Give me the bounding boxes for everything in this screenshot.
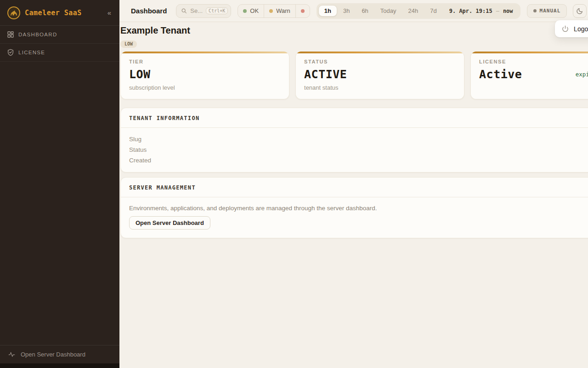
tenant-information-title: TENANT INFORMATION <box>121 108 588 128</box>
row-label: Slug <box>129 136 141 143</box>
stat-card-label: LICENSE <box>479 59 588 64</box>
sidebar: Cameleer SaaS « DASHBOARD LICENSE <box>0 0 119 368</box>
sidebar-item-license[interactable]: LICENSE <box>0 44 119 62</box>
time-range-group: 1h 3h 6h Today 24h 7d 9. Apr. 19:15 — no… <box>317 3 520 19</box>
license-shield-icon <box>7 49 14 56</box>
manual-refresh-button[interactable]: MANUAL <box>527 4 567 18</box>
theme-toggle-button[interactable] <box>573 4 587 18</box>
server-management-description: Environments, applications, and deployme… <box>129 205 588 212</box>
sidebar-item-dashboard[interactable]: DASHBOARD <box>0 26 119 44</box>
sidebar-spacer <box>0 62 119 345</box>
warn-dot-icon <box>269 9 273 13</box>
dashboard-grid-icon <box>7 31 14 38</box>
content: Example Tenant LOW TIER LOW subscription… <box>119 22 588 238</box>
time-range-today[interactable]: Today <box>374 6 402 16</box>
logout-menu-item[interactable]: Logout <box>574 25 588 33</box>
stat-card-value: LOW <box>129 68 151 81</box>
stat-card-label: TIER <box>129 59 281 64</box>
status-filter-label: Warn <box>276 7 290 14</box>
page-header-title: Dashboard <box>131 7 167 15</box>
sidebar-bottom-strip <box>0 363 119 368</box>
stat-card-value: ACTIVE <box>304 68 347 81</box>
status-filter-error[interactable] <box>296 5 310 17</box>
brand-title: Cameleer SaaS <box>25 9 101 17</box>
time-range-1h[interactable]: 1h <box>318 5 337 17</box>
manual-dot-icon <box>533 9 537 12</box>
stat-card-value: Active <box>479 68 522 81</box>
server-management-card: SERVER MANAGEMENT Environments, applicat… <box>120 177 588 238</box>
sidebar-open-server-dashboard-link[interactable]: Open Server Dashboard <box>0 345 119 363</box>
search-shortcut-chip: Ctrl+K <box>206 7 228 14</box>
brand-row: Cameleer SaaS « <box>0 0 119 26</box>
search-placeholder: Se... <box>190 7 203 14</box>
camel-logo-icon <box>7 6 20 19</box>
time-display: 9. Apr. 19:15 — now <box>443 8 519 14</box>
time-to: now <box>503 8 513 14</box>
ok-dot-icon <box>243 9 247 13</box>
stat-card-label: STATUS <box>304 59 456 64</box>
stat-card-sub: tenant status <box>304 84 456 91</box>
moon-icon <box>576 7 583 15</box>
row-label: Status <box>129 146 147 153</box>
time-range-24h[interactable]: 24h <box>402 6 424 16</box>
status-card: STATUS ACTIVE tenant status <box>295 52 464 99</box>
sidebar-footer-label: Open Server Dashboard <box>21 351 85 358</box>
tier-badge: LOW <box>120 40 137 48</box>
search-icon <box>181 8 187 14</box>
main-area: Dashboard Se... Ctrl+K OK Warn <box>119 0 588 368</box>
tenant-info-row-status: Status ACTIVE <box>129 145 588 154</box>
tier-card: TIER LOW subscription level <box>120 52 289 99</box>
sidebar-item-label: DASHBOARD <box>18 32 57 37</box>
power-icon <box>562 25 569 32</box>
server-management-title: SERVER MANAGEMENT <box>121 178 588 197</box>
user-menu-dropdown: Logout <box>555 20 588 37</box>
search-input[interactable]: Se... Ctrl+K <box>176 4 231 18</box>
license-expiry: expires 8.4.2027 <box>576 71 588 78</box>
error-dot-icon <box>301 9 305 13</box>
status-filter-group: OK Warn <box>237 4 310 18</box>
tenant-info-row-slug: Slug default <box>129 135 588 144</box>
status-filter-label: OK <box>250 7 259 14</box>
open-server-dashboard-button[interactable]: Open Server Dashboard <box>129 216 210 230</box>
topbar: Dashboard Se... Ctrl+K OK Warn <box>119 0 588 22</box>
stat-cards-row: TIER LOW subscription level STATUS ACTIV… <box>120 52 588 99</box>
time-range-6h[interactable]: 6h <box>356 6 374 16</box>
time-range-7d[interactable]: 7d <box>424 6 442 16</box>
manual-label: MANUAL <box>540 8 561 14</box>
sidebar-item-label: LICENSE <box>18 50 45 55</box>
row-label: Created <box>129 157 151 164</box>
status-filter-warn[interactable]: Warn <box>264 5 296 17</box>
time-separator: — <box>496 8 499 14</box>
activity-pulse-icon <box>8 351 16 358</box>
status-filter-ok[interactable]: OK <box>238 5 264 17</box>
tenant-title: Example Tenant <box>120 25 588 36</box>
topbar-right-cluster: MANUAL admin AD <box>527 4 588 18</box>
time-from: 9. Apr. 19:15 <box>449 8 492 14</box>
tenant-info-row-created: Created 8.4.2026 <box>129 156 588 165</box>
time-range-3h[interactable]: 3h <box>337 6 356 16</box>
sidebar-collapse-button[interactable]: « <box>106 8 113 17</box>
tenant-information-card: TENANT INFORMATION Slug default Status A… <box>120 108 588 172</box>
stat-card-sub: subscription level <box>129 84 281 91</box>
license-card: LICENSE Active expires 8.4.2027 <box>470 52 588 99</box>
